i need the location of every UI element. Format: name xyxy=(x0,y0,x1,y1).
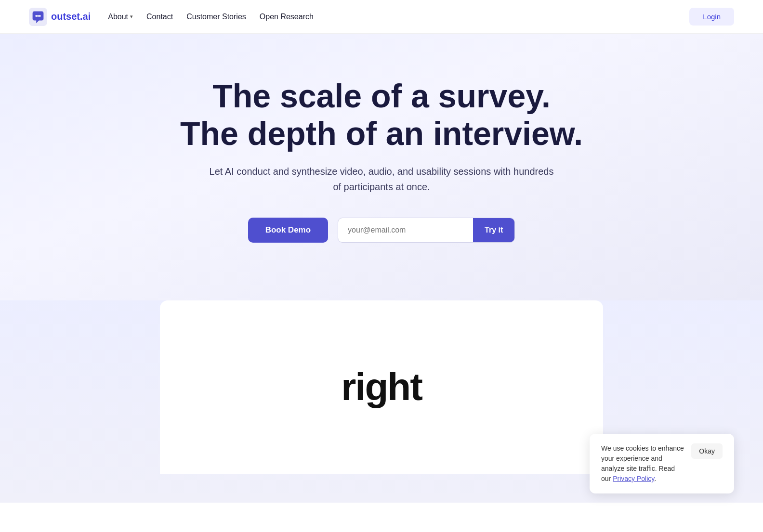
logo-icon xyxy=(29,8,47,26)
chevron-down-icon: ▾ xyxy=(130,13,133,20)
cookie-banner: We use cookies to enhance your experienc… xyxy=(590,434,734,493)
nav-customer-stories-label: Customer Stories xyxy=(186,13,246,21)
nav-item-about[interactable]: About ▾ xyxy=(108,13,133,21)
nav-about-label: About xyxy=(108,13,128,21)
cookie-text: We use cookies to enhance your experienc… xyxy=(601,443,685,484)
hero-title-line1: The scale of a survey. xyxy=(212,78,551,114)
hero-actions: Book Demo Try it xyxy=(10,218,753,243)
navbar-left: outset.ai About ▾ Contact Customer Stori… xyxy=(29,8,314,26)
svg-point-2 xyxy=(37,15,39,17)
nav-item-open-research[interactable]: Open Research xyxy=(260,13,314,21)
logo-text: outset.ai xyxy=(51,11,91,22)
nav-item-customer-stories[interactable]: Customer Stories xyxy=(186,13,246,21)
nav-links: About ▾ Contact Customer Stories Open Re… xyxy=(108,13,314,21)
hero-title: The scale of a survey. The depth of an i… xyxy=(10,77,753,152)
login-button[interactable]: Login xyxy=(689,8,734,26)
hero-section: The scale of a survey. The depth of an i… xyxy=(0,34,763,300)
email-input-wrapper: Try it xyxy=(338,218,515,243)
white-card: right xyxy=(160,300,603,474)
nav-item-contact[interactable]: Contact xyxy=(146,13,173,21)
book-demo-button[interactable]: Book Demo xyxy=(248,218,328,243)
hero-subtitle: Let AI conduct and synthesize video, aud… xyxy=(208,164,555,195)
svg-point-1 xyxy=(35,15,37,17)
hero-title-line2: The depth of an interview. xyxy=(180,115,583,152)
cookie-row: We use cookies to enhance your experienc… xyxy=(601,443,723,484)
logo[interactable]: outset.ai xyxy=(29,8,91,26)
email-input[interactable] xyxy=(338,218,473,242)
right-text: right xyxy=(341,365,422,409)
try-it-button[interactable]: Try it xyxy=(473,218,514,242)
privacy-policy-link[interactable]: Privacy Policy xyxy=(613,475,654,482)
navbar: outset.ai About ▾ Contact Customer Stori… xyxy=(0,0,763,34)
nav-open-research-label: Open Research xyxy=(260,13,314,21)
okay-button[interactable]: Okay xyxy=(691,443,723,459)
nav-contact-label: Contact xyxy=(146,13,173,21)
svg-point-3 xyxy=(39,15,41,17)
